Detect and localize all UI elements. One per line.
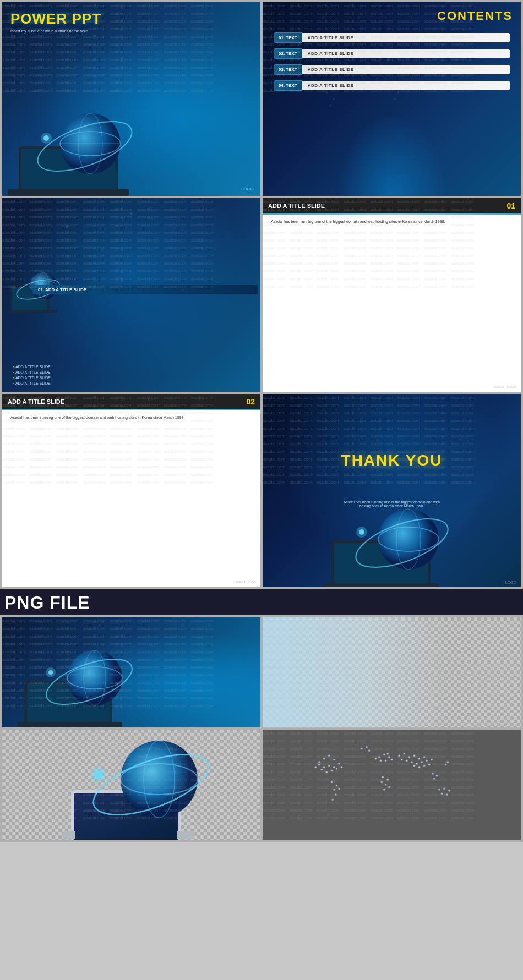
svg-point-99 (383, 754, 385, 756)
png-item-4: asadal.comasadal.comasadal.comasadal.com… (263, 730, 521, 840)
svg-point-106 (382, 776, 384, 779)
svg-rect-2 (8, 189, 129, 196)
png3-content (2, 730, 260, 840)
svg-point-76 (328, 755, 330, 757)
svg-point-132 (446, 794, 448, 796)
slide-01-title: ADD A TITLE SLIDE (268, 202, 325, 209)
circuit-dots (2, 201, 260, 278)
svg-point-93 (336, 785, 338, 787)
slide-01-insert-logo: INSERT LOGO (494, 385, 516, 388)
png-item-3: asadal.comasadal.comasadal.comasadal.com… (2, 730, 260, 840)
svg-point-30 (333, 98, 335, 100)
slide-01-number: 01 (506, 201, 515, 210)
svg-point-92 (331, 781, 333, 784)
svg-point-138 (447, 762, 449, 764)
svg-point-119 (406, 760, 408, 762)
svg-point-90 (366, 746, 368, 748)
menu-text-1: ADD A TITLE SLIDE (302, 33, 510, 42)
png-grid: asadal.comasadal.comasadal.comasadal.com… (0, 615, 523, 842)
svg-point-45 (66, 225, 68, 228)
svg-point-135 (436, 775, 438, 777)
title-area: POWER PPT Insert my subtitle or main aut… (10, 10, 101, 33)
svg-point-121 (416, 763, 418, 765)
svg-point-128 (413, 765, 416, 767)
svg-point-9 (41, 133, 52, 144)
svg-point-44 (130, 212, 133, 215)
slide-section: 01. ADD A TITLE SLIDE ▪ ADD A TITLE SLID… (2, 198, 260, 392)
menu-item-1: 01. TEXT ADD A TITLE SLIDE (274, 32, 510, 43)
slide-01-header: ADD A TITLE SLIDE 01 (263, 198, 521, 213)
slide-thankyou: THANK YOU Asadal has been running one of… (263, 394, 521, 588)
menu-item-4: 04. TEXT ADD A TITLE SLIDE (274, 80, 510, 91)
svg-point-127 (418, 767, 421, 769)
svg-point-85 (336, 768, 338, 770)
svg-point-31 (329, 105, 331, 107)
bullet-1: ▪ ADD A TITLE SLIDE (13, 365, 51, 369)
laptop-globe-area (2, 91, 156, 196)
svg-point-100 (388, 756, 390, 758)
svg-point-96 (331, 799, 334, 801)
svg-rect-48 (323, 583, 439, 587)
svg-point-86 (341, 767, 343, 769)
menu-num-4: 04. TEXT (274, 80, 302, 91)
svg-point-113 (403, 753, 405, 755)
worldmap-svg (263, 730, 521, 840)
png-item-1: asadal.comasadal.comasadal.comasadal.com… (2, 617, 260, 727)
section-number: 01. ADD A TITLE SLIDE (38, 287, 86, 292)
svg-point-84 (331, 770, 333, 772)
svg-point-111 (381, 781, 383, 784)
bullet-2: ▪ ADD A TITLE SLIDE (13, 370, 51, 374)
svg-point-103 (391, 759, 393, 761)
slide-02-header: ADD A TITLE SLIDE 02 (2, 394, 260, 409)
svg-point-28 (394, 98, 396, 100)
contents-title: CONTENTS (437, 9, 513, 23)
slide-cover: POWER PPT Insert my subtitle or main aut… (2, 2, 260, 196)
svg-point-80 (323, 767, 325, 769)
svg-point-91 (368, 750, 371, 752)
svg-point-137 (445, 764, 447, 766)
menu-text-4: ADD A TITLE SLIDE (302, 81, 510, 90)
cover-title: POWER PPT (10, 10, 101, 28)
svg-point-87 (318, 764, 320, 766)
png-section: PNG FILE (0, 589, 523, 615)
svg-point-129 (438, 789, 440, 791)
svg-point-109 (383, 789, 385, 791)
svg-point-73 (91, 767, 106, 782)
ty-logo: LOGO (505, 581, 516, 584)
menu-text-3: ADD A TITLE SLIDE (302, 65, 510, 74)
slide-02-text: Asadal has been running one of the bigge… (10, 415, 252, 421)
bullet-4: ▪ ADD A TITLE SLIDE (13, 381, 51, 385)
svg-rect-34 (8, 310, 57, 313)
menu-text-2: ADD A TITLE SLIDE (302, 49, 510, 58)
cover-title-part2: PPT (72, 10, 101, 27)
svg-point-94 (333, 789, 335, 791)
svg-rect-57 (18, 722, 122, 727)
slide-02-title: ADD A TITLE SLIDE (8, 398, 64, 405)
slide-contents: CONTENTS 01. TEXT ADD A TITLE SLIDE 02. … (263, 2, 521, 196)
contents-menu-list: 01. TEXT ADD A TITLE SLIDE 02. TEXT ADD … (274, 32, 510, 96)
svg-point-107 (386, 779, 389, 781)
slide-02-number: 02 (246, 397, 255, 406)
svg-point-130 (443, 788, 445, 790)
menu-num-2: 02. TEXT (274, 48, 302, 59)
svg-point-123 (426, 760, 428, 762)
svg-point-102 (380, 760, 382, 762)
svg-point-118 (401, 759, 403, 761)
slide-02-insert-logo: INSERT LOGO (233, 581, 256, 584)
svg-point-136 (433, 778, 435, 780)
svg-point-105 (386, 753, 389, 755)
svg-point-63 (46, 667, 56, 677)
svg-point-134 (432, 773, 434, 775)
png1-svg (13, 631, 151, 727)
svg-point-131 (448, 790, 450, 792)
section-bullets: ▪ ADD A TITLE SLIDE ▪ ADD A TITLE SLIDE … (13, 365, 51, 385)
cover-title-part1: POWER (10, 10, 72, 27)
cover-subtitle: Insert my subtitle or main author's name… (10, 29, 101, 33)
contents-glow (337, 113, 447, 196)
svg-point-126 (423, 765, 426, 767)
header-line-2 (2, 409, 260, 410)
bullet-3: ▪ ADD A TITLE SLIDE (13, 376, 51, 380)
cover-logo: LOGO (241, 187, 254, 191)
svg-point-77 (333, 759, 335, 761)
svg-point-133 (441, 793, 443, 795)
